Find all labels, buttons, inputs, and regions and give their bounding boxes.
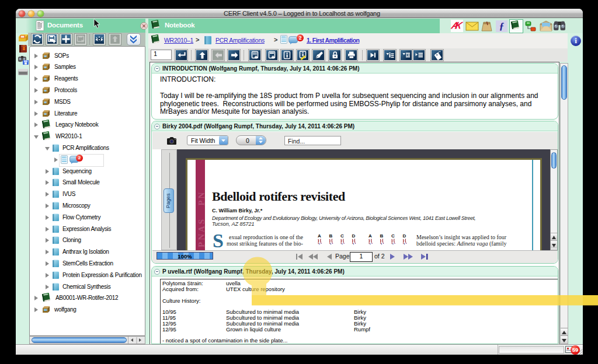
svg-text:C: C xyxy=(340,233,344,239)
svg-text:B: B xyxy=(380,233,384,239)
svg-text:D: D xyxy=(403,233,406,239)
svg-text:B: B xyxy=(329,233,333,239)
svg-text:A: A xyxy=(368,233,372,239)
svg-text:C: C xyxy=(391,233,395,239)
svg-text:A: A xyxy=(318,233,321,239)
svg-text:D: D xyxy=(352,233,356,239)
